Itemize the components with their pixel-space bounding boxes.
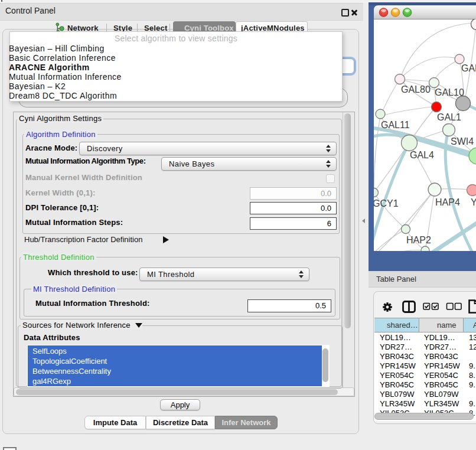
svg-text:SWI4: SWI4 [451, 136, 474, 146]
svg-text:GAL10: GAL10 [435, 87, 464, 97]
svg-text:GAL80: GAL80 [401, 84, 431, 94]
svg-text:HAP2: HAP2 [406, 235, 431, 245]
svg-text:GAL: GAL [461, 63, 476, 73]
svg-text:Y: Y [471, 197, 476, 207]
svg-text:GCY1: GCY1 [373, 198, 399, 208]
svg-text:HAP4: HAP4 [435, 197, 460, 207]
svg-text:GAL11: GAL11 [381, 120, 410, 130]
svg-text:GAL4: GAL4 [410, 150, 434, 160]
svg-text:GAL1: GAL1 [437, 112, 461, 122]
